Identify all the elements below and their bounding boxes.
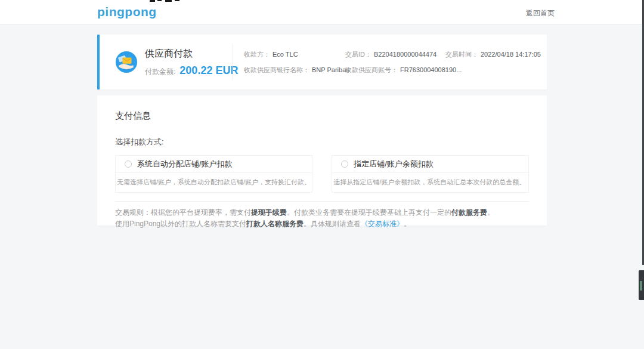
artifact-dash <box>165 0 172 2</box>
option-specified-balance-header: 指定店铺/账户余额扣款 <box>332 156 528 173</box>
hand-holding-money-icon <box>115 51 138 73</box>
amount-label: 付款金额: <box>145 67 175 77</box>
amount-value: 200.22 EUR <box>179 64 238 77</box>
artifact-dash <box>150 0 155 2</box>
radio-auto-allocate[interactable] <box>125 160 132 168</box>
option-auto-allocate-title: 系统自动分配店铺/账户扣款 <box>137 159 233 169</box>
field-transaction-time: 交易时间：2022/04/18 14:17:05 <box>445 50 541 59</box>
rules-text: 交易规则：根据您的平台提现费率，需支付 <box>115 208 251 217</box>
field-transaction-id: 交易ID：B2204180000044474 <box>345 50 445 59</box>
rules-text: 。 <box>487 208 494 217</box>
option-specified-balance-title: 指定店铺/账户余额扣款 <box>354 159 434 169</box>
back-home-link[interactable]: 返回首页 <box>526 8 555 18</box>
payment-info-title: 支付信息 <box>115 110 529 122</box>
vertical-divider <box>233 44 233 81</box>
accent-bar <box>97 35 100 89</box>
rules-bold-withdraw-fee: 提现手续费 <box>251 208 287 217</box>
transaction-standard-link[interactable]: 《交易标准》 <box>361 220 404 228</box>
rules-line-2: 使用PingPong以外的打款人名称需要支付打款人名称服务费。具体规则请查看《交… <box>115 218 529 230</box>
rules-line-1: 交易规则：根据您的平台提现费率，需支付提现手续费。付款类业务需要在提现手续费基础… <box>115 207 529 218</box>
scrollbar-thumb-mark <box>640 281 642 291</box>
artifact-dash <box>157 0 162 1</box>
scrollbar-thumb[interactable] <box>639 270 644 300</box>
option-specified-balance[interactable]: 指定店铺/账户余额扣款 选择从指定店铺/账户余额扣款，系统自动汇总本次付款的总金… <box>332 155 529 193</box>
artifact-dash <box>175 0 179 1</box>
payment-summary-card: 供应商付款 付款金额: 200.22 EUR 收款方：Eco TLC 交易ID：… <box>97 35 547 89</box>
pingpong-logo[interactable]: pingpong <box>97 5 157 19</box>
rules-text: 使用PingPong以外的打款人名称需要支付 <box>115 220 246 228</box>
field-payee: 收款方：Eco TLC <box>244 50 345 59</box>
option-auto-allocate[interactable]: 系统自动分配店铺/账户扣款 无需选择店铺/账户，系统自动分配扣款店铺/账户，支持… <box>115 155 312 193</box>
rules-text: 。具体规则请查看 <box>304 220 361 228</box>
field-supplier-account: 收款供应商账号：FR7630004008190... <box>345 66 445 75</box>
payment-summary-left: 供应商付款 付款金额: 200.22 EUR <box>115 48 233 77</box>
option-specified-balance-description: 选择从指定店铺/账户余额扣款，系统自动汇总本次付款的总金额。 <box>332 173 528 192</box>
transaction-rules: 交易规则：根据您的平台提现费率，需支付提现手续费。付款类业务需要在提现手续费基础… <box>115 201 529 230</box>
option-auto-allocate-description: 无需选择店铺/账户，系统自动分配扣款店铺/账户，支持换汇付款。 <box>116 173 312 192</box>
deduction-options: 系统自动分配店铺/账户扣款 无需选择店铺/账户，系统自动分配扣款店铺/账户，支持… <box>115 155 529 193</box>
transaction-fields: 收款方：Eco TLC 交易ID：B2204180000044474 交易时间：… <box>244 50 541 75</box>
field-supplier-bank: 收款供应商银行名称：BNP Paribas <box>244 66 345 75</box>
payment-info-card: 支付信息 选择扣款方式: 系统自动分配店铺/账户扣款 无需选择店铺/账户，系统自… <box>97 95 547 226</box>
rules-text: 。 <box>404 220 411 228</box>
rules-bold-payment-fee: 付款服务费 <box>451 208 487 217</box>
rules-bold-payer-name-fee: 打款人名称服务费 <box>246 220 304 228</box>
topbar: pingpong 返回首页 <box>0 0 644 24</box>
option-auto-allocate-header: 系统自动分配店铺/账户扣款 <box>116 156 312 173</box>
deduction-method-label: 选择扣款方式: <box>115 137 529 147</box>
payment-type-title: 供应商付款 <box>145 48 238 60</box>
radio-specified-balance[interactable] <box>341 160 348 168</box>
rules-text: 。付款类业务需要在提现手续费基础上再支付一定的 <box>287 208 451 217</box>
